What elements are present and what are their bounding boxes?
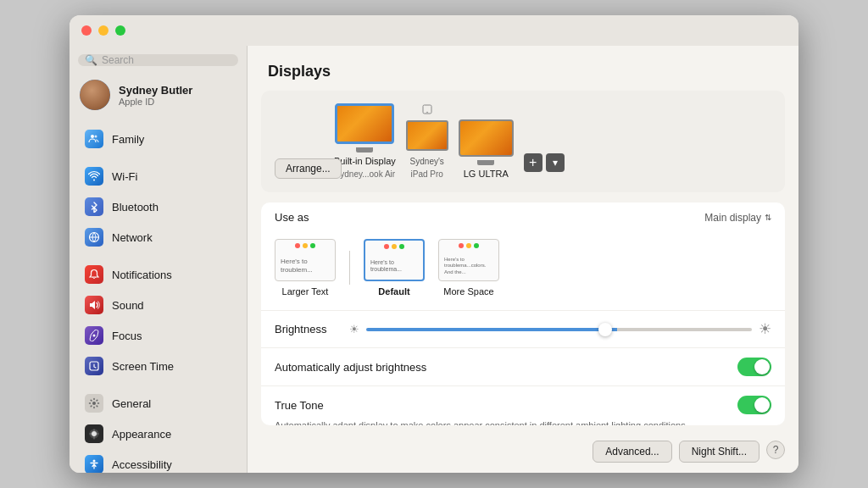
appearance-icon <box>85 424 103 443</box>
display-menu-button[interactable]: ▾ <box>546 153 565 172</box>
display-controls: + ▾ <box>524 153 565 175</box>
main-display-label: Main display <box>704 212 761 224</box>
auto-brightness-toggle[interactable] <box>737 358 771 376</box>
help-button[interactable]: ? <box>766 441 785 459</box>
sound-icon <box>85 296 103 314</box>
display-options: Here's to troublem... Larger Text <box>261 232 785 310</box>
search-icon: 🔍 <box>85 54 97 66</box>
network-icon <box>85 228 103 247</box>
minimize-button[interactable] <box>98 25 108 36</box>
display-builtin[interactable]: Built-in Display Sydney...ook Air <box>334 103 396 179</box>
profile-sub: Apple ID <box>119 97 192 107</box>
true-tone-label: True Tone <box>275 399 324 412</box>
advanced-button[interactable]: Advanced... <box>593 441 671 463</box>
display-opt-larger[interactable]: Here's to troublem... Larger Text <box>275 239 336 297</box>
use-as-label: Use as <box>275 211 309 224</box>
sidebar-item-network[interactable]: Network <box>75 223 242 252</box>
auto-brightness-row: Automatically adjust brightness <box>261 347 785 385</box>
display-opt-default[interactable]: Here's to troublema... Default <box>364 239 425 297</box>
builtin-sublabel: Sydney...ook Air <box>335 169 396 179</box>
true-tone-row: True Tone Automatically adapt display to… <box>261 385 785 425</box>
notifications-icon <box>85 265 103 284</box>
default-label: Default <box>378 286 409 297</box>
sidebar: 🔍 Search Sydney Butler Apple ID Fam <box>70 46 248 473</box>
sidebar-item-label: Family <box>112 133 144 146</box>
search-placeholder: Search <box>102 54 134 66</box>
page-title: Displays <box>248 46 798 91</box>
ipad-sublabel: iPad Pro <box>411 169 443 179</box>
use-as-header: Use as Main display ⇅ <box>261 202 785 232</box>
profile-section[interactable]: Sydney Butler Apple ID <box>70 73 247 117</box>
brightness-row: Brightness ☀ ☀ <box>261 310 785 347</box>
avatar <box>80 80 110 110</box>
search-bar[interactable]: 🔍 Search <box>78 54 238 66</box>
auto-brightness-label: Automatically adjust brightness <box>275 361 426 374</box>
more-space-screen: Here's to troublema...colors. And the... <box>438 239 499 281</box>
larger-text-screen: Here's to troublem... <box>275 239 336 281</box>
bottom-buttons: Advanced... Night Shift... ? <box>248 434 798 473</box>
true-tone-header: True Tone <box>275 396 771 414</box>
sidebar-item-notifications[interactable]: Notifications <box>75 260 242 289</box>
sidebar-item-appearance[interactable]: Appearance <box>75 419 242 448</box>
builtin-screen <box>335 103 394 144</box>
sidebar-item-accessibility[interactable]: Accessibility <box>75 450 242 473</box>
svg-point-8 <box>93 460 96 463</box>
titlebar <box>70 15 798 46</box>
svg-point-0 <box>91 135 94 138</box>
family-icon <box>85 130 103 148</box>
sidebar-item-label: General <box>112 397 151 410</box>
sidebar-item-general[interactable]: General <box>75 389 242 418</box>
true-tone-toggle[interactable] <box>737 396 771 414</box>
sidebar-item-label: Wi-Fi <box>112 170 137 183</box>
sidebar-item-label: Accessibility <box>112 458 172 471</box>
bluetooth-icon <box>85 197 103 216</box>
sidebar-item-screentime[interactable]: Screen Time <box>75 352 242 380</box>
brightness-thumb[interactable] <box>598 323 612 336</box>
main-content: Displays Arrange... Built-in Display Syd… <box>248 46 798 473</box>
lg-stand <box>477 160 494 165</box>
svg-point-3 <box>93 335 96 337</box>
sidebar-item-family[interactable]: Family <box>75 125 242 153</box>
use-as-section: Use as Main display ⇅ <box>261 202 785 425</box>
main-display-control[interactable]: Main display ⇅ <box>704 212 771 224</box>
sidebar-item-label: Notifications <box>112 269 172 281</box>
brightness-low-icon: ☀ <box>349 323 359 336</box>
more-space-label: More Space <box>443 286 493 297</box>
sidebar-item-sound[interactable]: Sound <box>75 291 242 319</box>
svg-point-21 <box>426 112 428 114</box>
close-button[interactable] <box>81 25 92 36</box>
builtin-stand <box>356 147 373 152</box>
lg-screen <box>459 119 514 157</box>
sidebar-item-wifi[interactable]: Wi-Fi <box>75 162 242 191</box>
sidebar-item-focus[interactable]: Focus <box>75 321 242 350</box>
content-area: 🔍 Search Sydney Butler Apple ID Fam <box>70 46 798 473</box>
maximize-button[interactable] <box>115 25 125 36</box>
default-screen: Here's to troublema... <box>364 239 425 281</box>
sidebar-item-bluetooth[interactable]: Bluetooth <box>75 192 242 221</box>
sidebar-item-label: Bluetooth <box>112 201 159 214</box>
displays-preview: Arrange... Built-in Display Sydney...ook… <box>261 91 785 192</box>
add-display-button[interactable]: + <box>524 153 542 172</box>
main-display-arrows: ⇅ <box>765 213 771 222</box>
display-lg[interactable]: LG ULTRA <box>459 119 514 179</box>
svg-point-7 <box>92 431 97 436</box>
arrange-button[interactable]: Arrange... <box>275 158 342 179</box>
accessibility-icon <box>85 455 103 473</box>
profile-info: Sydney Butler Apple ID <box>119 84 192 107</box>
display-opt-more[interactable]: Here's to troublema...colors. And the...… <box>438 239 499 297</box>
svg-point-1 <box>95 136 97 138</box>
general-icon <box>85 394 103 413</box>
system-settings-window: 🔍 Search Sydney Butler Apple ID Fam <box>70 15 798 473</box>
true-tone-description: Automatically adapt display to make colo… <box>275 419 688 425</box>
focus-icon <box>85 326 103 345</box>
display-ipad[interactable]: Sydney's iPad Pro <box>406 104 448 179</box>
brightness-label: Brightness <box>275 323 342 336</box>
ipad-label: Sydney's <box>410 157 444 166</box>
lg-label: LG ULTRA <box>464 169 509 179</box>
sidebar-item-label: Network <box>112 231 153 244</box>
brightness-slider[interactable] <box>366 328 752 331</box>
svg-point-5 <box>92 402 96 405</box>
sidebar-item-label: Focus <box>112 330 142 342</box>
night-shift-button[interactable]: Night Shift... <box>679 441 760 463</box>
screentime-icon <box>85 357 103 375</box>
